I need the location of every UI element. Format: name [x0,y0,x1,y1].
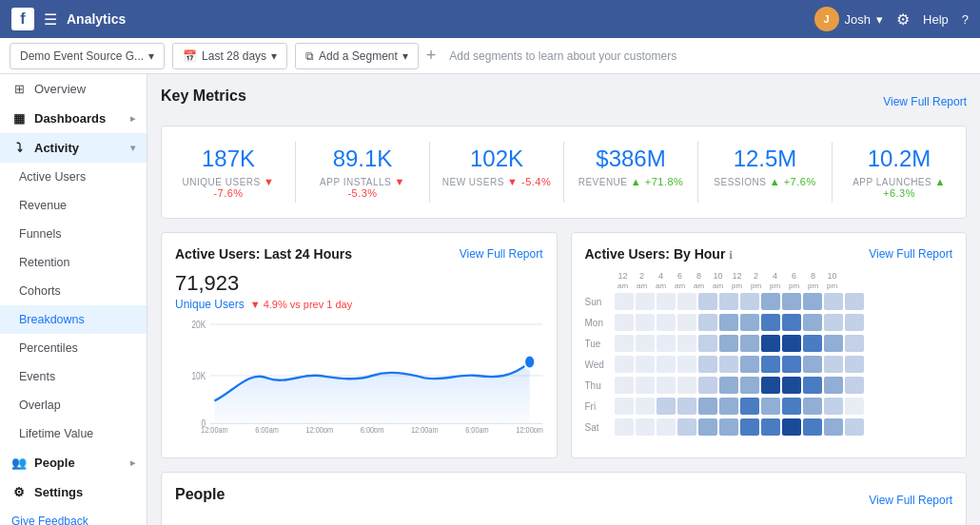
heatmap-cell [782,293,801,310]
metric-item: 10.2M APP LAUNCHES ▲ +6.3% [833,142,966,203]
heatmap-cell [803,314,822,331]
heatmap-day-label: Wed [585,360,614,370]
date-selector[interactable]: 📅 Last 28 days ▾ [172,43,287,69]
metric-label: APP LAUNCHES ▲ +6.3% [842,176,956,199]
heatmap-cell [677,293,696,310]
sidebar-percentiles-label: Percentiles [19,341,78,355]
heatmap-cell [636,418,655,436]
people-card: People View Full Report Age25-34GenderFe… [161,472,967,525]
sidebar-breakdowns-label: Breakdowns [19,313,85,326]
sidebar-item-lifetime-value[interactable]: Lifetime Value [0,419,147,448]
heatmap-cell [761,335,780,352]
filter-chevron-icon: ▾ [402,49,408,63]
hamburger-icon[interactable]: ☰ [44,10,57,29]
heatmap-row: Wed [585,355,953,374]
heatmap-hour-header: 12am2am4am6am8am10am12pm2pm4pm6pm8pm10pm [585,271,953,290]
active-users-change: ▼ 4.9% vs prev 1 day [250,299,353,310]
heatmap-cell [845,314,864,331]
heatmap-cell [845,293,864,310]
heatmap-cell [677,377,696,394]
heatmap-cell [782,398,801,415]
heatmap-cell [719,418,738,436]
sidebar-item-events[interactable]: Events [0,362,147,391]
heatmap-day-label: Fri [585,401,614,412]
user-menu[interactable]: J Josh ▾ [814,7,883,31]
active-users-view-full[interactable]: View Full Report [460,247,543,261]
date-chevron-icon: ▾ [271,49,277,63]
heatmap-row: Mon [585,313,953,332]
heatmap-cell [761,418,780,436]
main-content: Key Metrics View Full Report 187K UNIQUE… [147,74,980,525]
sidebar-events-label: Events [19,370,55,383]
heatmap-cell [657,377,676,394]
sidebar-item-breakdowns[interactable]: Breakdowns [0,305,147,334]
active-users-value: 71,923 [175,271,543,296]
metric-value: 10.2M [842,146,956,172]
sidebar-item-funnels[interactable]: Funnels [0,220,147,248]
give-feedback-link[interactable]: Give Feedback [0,507,147,525]
settings-icon[interactable]: ⚙ [896,10,910,29]
add-segment-button[interactable]: + [426,46,437,66]
heatmap-cell [824,293,843,310]
heatmap-cell [677,314,696,331]
filter-button[interactable]: ⧉ Add a Segment ▾ [295,43,419,69]
main-layout: ⊞ Overview ▦ Dashboards ▸ ⤵ Activity ▾ A… [0,74,980,525]
sidebar-item-settings[interactable]: ⚙ Settings [0,477,147,507]
people-view-full[interactable]: View Full Report [869,494,952,507]
metric-change: ▼ -7.6% [213,176,274,199]
sidebar-item-percentiles[interactable]: Percentiles [0,334,147,362]
by-hour-view-full[interactable]: View Full Report [869,247,952,261]
heatmap-cell [824,398,843,415]
heatmap-hour-label: 10am [709,271,728,290]
sidebar-lifetime-value-label: Lifetime Value [19,427,93,440]
sidebar-activity-label: Activity [34,141,79,155]
heatmap-cell [740,356,759,373]
sidebar-item-cohorts[interactable]: Cohorts [0,277,147,305]
heatmap-cell [845,356,864,373]
top-nav: f ☰ Analytics J Josh ▾ ⚙ Help ? [0,0,980,38]
heatmap-cell [615,293,634,310]
sidebar-item-people[interactable]: 👥 People ▸ [0,448,147,477]
metric-item: 89.1K APP INSTALLS ▼ -5.3% [296,142,430,203]
info-icon[interactable]: ℹ [729,249,733,261]
sidebar-item-overlap[interactable]: Overlap [0,391,147,419]
sidebar-item-dashboards[interactable]: ▦ Dashboards ▸ [0,104,147,133]
sidebar-item-overview[interactable]: ⊞ Overview [0,74,147,104]
metric-item: 12.5M SESSIONS ▲ +7.6% [698,142,833,203]
people-header: People View Full Report [175,486,952,515]
source-selector[interactable]: Demo Event Source G... ▾ [10,43,165,69]
sidebar-revenue-label: Revenue [19,199,67,212]
sidebar-item-retention[interactable]: Retention [0,248,147,277]
metric-label: NEW USERS ▼ -5.4% [440,176,554,187]
heatmap-cell [782,314,801,331]
sidebar-active-users-label: Active Users [19,170,86,184]
heatmap-cell [782,356,801,373]
heatmap-cell [845,377,864,394]
heatmap-day-label: Sun [585,297,614,307]
metric-value: 187K [171,146,285,172]
heatmap-cell [636,293,655,310]
source-label: Demo Event Source G... [20,49,144,63]
heatmap-cell [740,418,759,436]
heatmap-cell [845,418,864,436]
heatmap-day-label: Sat [585,422,614,433]
sidebar-item-active-users[interactable]: Active Users [0,163,147,191]
heatmap-hour-label: 6am [671,271,690,290]
svg-text:6:00pm: 6:00pm [361,424,384,433]
facebook-icon: f [11,8,34,30]
sidebar-cohorts-label: Cohorts [19,284,61,298]
heatmap-row: Sun [585,292,953,311]
line-chart-area: 20K 10K 0 12:00am 6:00am 12:00pm 6:00 [175,311,543,444]
help-label[interactable]: Help [923,12,949,27]
heatmap-day-label: Mon [585,318,614,328]
sidebar-item-activity[interactable]: ⤵ Activity ▾ [0,133,147,163]
heatmap-cell [824,418,843,436]
sidebar-people-label: People [34,456,75,470]
heatmap-cell [719,356,738,373]
people-title: People [175,486,225,503]
key-metrics-view-full[interactable]: View Full Report [883,95,967,108]
sidebar-item-revenue[interactable]: Revenue [0,191,147,220]
svg-text:6:00am: 6:00am [255,424,279,433]
activity-icon: ⤵ [11,141,27,155]
heatmap-cell [803,356,822,373]
